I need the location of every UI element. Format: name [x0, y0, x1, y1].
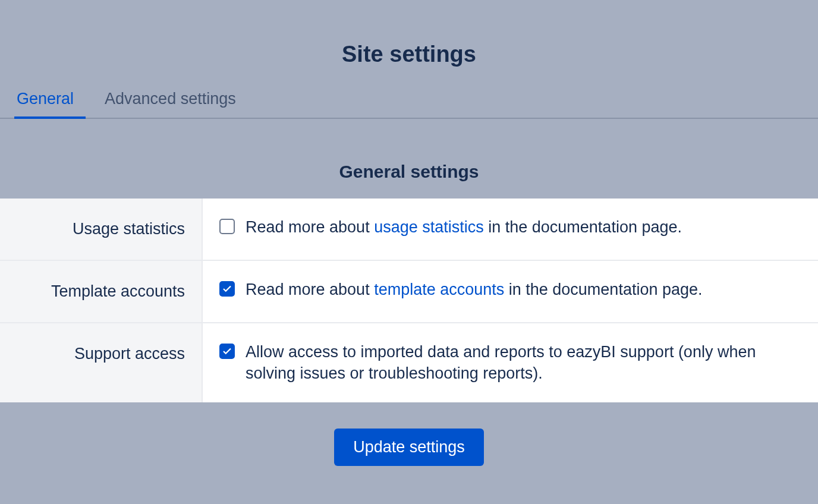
link-template-accounts[interactable]: template accounts [374, 281, 504, 298]
check-icon [222, 284, 232, 294]
desc-support-access: Allow access to imported data and report… [246, 341, 801, 385]
label-support-access: Support access [0, 323, 202, 402]
desc-text-after: in the documentation page. [484, 218, 682, 236]
check-icon [222, 346, 232, 357]
value-support-access: Allow access to imported data and report… [202, 323, 818, 402]
value-template-accounts: Read more about template accounts in the… [202, 260, 818, 323]
row-usage-statistics: Usage statistics Read more about usage s… [0, 199, 818, 260]
update-settings-button[interactable]: Update settings [334, 429, 484, 466]
row-support-access: Support access Allow access to imported … [0, 323, 818, 402]
button-row: Update settings [0, 402, 818, 492]
desc-usage-statistics: Read more about usage statistics in the … [246, 216, 682, 238]
label-usage-statistics: Usage statistics [0, 199, 202, 260]
settings-panel: General settings Usage statistics Read m… [0, 145, 818, 492]
link-usage-statistics[interactable]: usage statistics [374, 218, 484, 236]
tab-general[interactable]: General [14, 85, 86, 118]
desc-text-before: Read more about [246, 218, 374, 236]
desc-text-after: in the documentation page. [504, 281, 702, 298]
section-title: General settings [0, 145, 818, 199]
settings-table: Usage statistics Read more about usage s… [0, 199, 818, 402]
page-title: Site settings [0, 0, 818, 85]
checkbox-support-access[interactable] [219, 344, 235, 359]
checkbox-template-accounts[interactable] [219, 281, 235, 297]
row-template-accounts: Template accounts Read more about templa… [0, 260, 818, 323]
tab-advanced-settings[interactable]: Advanced settings [102, 85, 248, 118]
label-template-accounts: Template accounts [0, 260, 202, 323]
tabs-bar: General Advanced settings [0, 85, 818, 119]
desc-text-before: Read more about [246, 281, 374, 298]
value-usage-statistics: Read more about usage statistics in the … [202, 199, 818, 260]
desc-template-accounts: Read more about template accounts in the… [246, 279, 703, 300]
checkbox-usage-statistics[interactable] [219, 219, 235, 234]
